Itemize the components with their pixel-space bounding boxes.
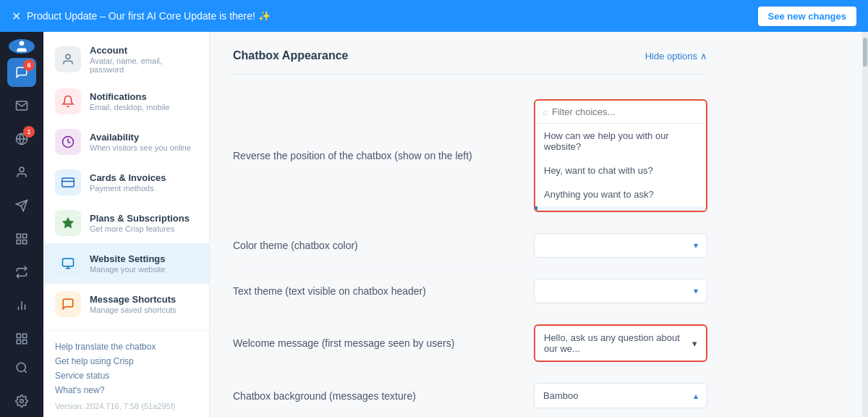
svg-rect-9 <box>17 240 20 244</box>
sidebar-item-notifications[interactable]: Notifications Email, desktop, mobile <box>43 81 209 122</box>
version-text: Version: 2024.716, 7:58 (51a295f) <box>55 402 197 410</box>
see-changes-button[interactable]: See new changes <box>758 7 856 26</box>
filter-dropdown[interactable]: ⌕ How can we help you with our website? … <box>534 99 707 212</box>
integrations-nav-icon[interactable] <box>7 258 36 287</box>
svg-rect-16 <box>17 340 20 344</box>
website-icon <box>55 250 81 277</box>
user-nav-icon[interactable] <box>7 158 36 187</box>
filter-option-3[interactable]: Hello, ask us any question about our we.… <box>535 206 706 211</box>
settings-nav: Account Avatar, name, email, password No… <box>43 32 209 330</box>
globe-nav-icon[interactable]: 1 <box>7 125 36 153</box>
section-header: Chatbox Appearance Hide options ∧ <box>233 49 707 75</box>
banner-left: ✕ Product Update – Our first AI Core Upd… <box>12 9 271 23</box>
text-theme-dropdown[interactable]: ▾ <box>534 279 707 303</box>
banner-close-icon[interactable]: ✕ <box>12 9 21 23</box>
filter-search-input[interactable] <box>552 106 699 117</box>
avatar[interactable] <box>9 39 35 54</box>
filter-dropdown-control: ⌕ How can we help you with our website? … <box>534 99 707 212</box>
setting-row-color: Color theme (chatbox color) ▾ <box>233 223 707 269</box>
filter-option-1[interactable]: Hey, want to chat with us? <box>535 159 706 182</box>
cards-icon <box>55 169 81 195</box>
svg-rect-13 <box>17 334 20 337</box>
svg-rect-6 <box>17 234 20 237</box>
section-title: Chatbox Appearance <box>233 49 348 62</box>
icon-sidebar-bottom <box>7 353 36 417</box>
chevron-up-icon: ∧ <box>700 51 707 62</box>
main-layout: 6 1 <box>0 32 868 417</box>
background-value: Bamboo <box>543 390 578 401</box>
sidebar-item-availability[interactable]: Availability When visitors see you onlin… <box>43 122 209 162</box>
welcome-selected[interactable]: Hello, ask us any question about our we.… <box>534 324 707 362</box>
sidebar-item-shortcuts[interactable]: Message Shortcuts Manage saved shortcuts <box>43 284 209 324</box>
globe-badge: 1 <box>23 126 35 138</box>
setting-row-background: Chatbox background (messages texture) Ba… <box>233 373 707 417</box>
top-banner: ✕ Product Update – Our first AI Core Upd… <box>0 0 868 32</box>
shortcuts-text: Message Shortcuts Manage saved shortcuts <box>90 294 176 314</box>
notifications-icon <box>55 88 81 114</box>
settings-footer: Help translate the chatbox Get help usin… <box>43 330 209 417</box>
analytics-nav-icon[interactable] <box>7 291 36 320</box>
color-dropdown[interactable]: ▾ <box>534 233 707 258</box>
filter-option-0[interactable]: How can we help you with our website? <box>535 124 706 159</box>
welcome-label: Welcome message (first message seen by u… <box>233 337 522 349</box>
svg-rect-7 <box>23 234 27 237</box>
settings-nav-icon[interactable] <box>7 387 36 416</box>
svg-rect-14 <box>23 334 27 337</box>
footer-link-new[interactable]: What's new? <box>55 383 197 397</box>
account-icon <box>55 46 81 72</box>
plugins-nav-icon[interactable] <box>7 324 36 353</box>
content-inner: Chatbox Appearance Hide options ∧ Revers… <box>210 32 731 417</box>
background-control: Bamboo ▴ <box>534 383 707 408</box>
chevron-down-icon-3: ▾ <box>692 338 697 349</box>
account-text: Account Avatar, name, email, password <box>90 45 197 74</box>
svg-rect-22 <box>62 178 75 187</box>
cards-text: Cards & Invoices Payment methods <box>90 172 166 193</box>
scrollbar[interactable] <box>862 32 868 417</box>
sidebar-item-website[interactable]: Website Settings Manage your website <box>43 243 209 284</box>
plans-icon <box>55 210 81 236</box>
availability-text: Availability When visitors see you onlin… <box>90 132 191 152</box>
svg-rect-25 <box>63 258 74 266</box>
footer-link-help[interactable]: Get help using Crisp <box>55 354 197 368</box>
chevron-down-icon-2: ▾ <box>694 286 698 296</box>
svg-point-0 <box>20 41 25 46</box>
sidebar-item-plans[interactable]: Plans & Subscriptions Get more Crisp fea… <box>43 203 209 243</box>
filter-options-list: How can we help you with our website? He… <box>535 124 706 211</box>
svg-rect-15 <box>23 340 27 344</box>
setting-row-text-theme: Text theme (text visible on chatbox head… <box>233 269 707 314</box>
chat-nav-icon[interactable]: 6 <box>7 58 36 87</box>
svg-point-19 <box>20 400 24 403</box>
welcome-control: Hello, ask us any question about our we.… <box>534 324 707 362</box>
icon-sidebar: 6 1 <box>0 32 43 417</box>
plans-text: Plans & Subscriptions Get more Crisp fea… <box>90 213 190 233</box>
filter-option-2[interactable]: Anything you want to ask? <box>535 182 706 206</box>
background-dropdown[interactable]: Bamboo ▴ <box>534 383 707 408</box>
color-label: Color theme (chatbox color) <box>233 240 522 251</box>
text-theme-label: Text theme (text visible on chatbox head… <box>233 285 522 297</box>
welcome-value: Hello, ask us any question about our we.… <box>544 332 692 354</box>
footer-link-translate[interactable]: Help translate the chatbox <box>55 340 197 354</box>
pages-nav-icon[interactable] <box>7 224 36 253</box>
chevron-up-icon-2: ▴ <box>694 391 698 401</box>
search-nav-icon[interactable] <box>7 353 36 382</box>
hide-options-button[interactable]: Hide options ∧ <box>645 51 707 62</box>
background-label: Chatbox background (messages texture) <box>233 390 522 402</box>
settings-sidebar: Account Avatar, name, email, password No… <box>43 32 210 417</box>
availability-icon <box>55 129 81 155</box>
website-text: Website Settings Manage your website <box>90 253 166 274</box>
footer-link-status[interactable]: Service status <box>55 368 197 383</box>
svg-rect-8 <box>23 240 27 244</box>
chevron-down-icon: ▾ <box>694 240 698 250</box>
inbox-nav-icon[interactable] <box>7 91 36 120</box>
svg-point-20 <box>66 54 70 59</box>
notifications-text: Notifications Email, desktop, mobile <box>90 91 170 111</box>
svg-line-18 <box>24 370 26 372</box>
setting-row-reverse: Reverse the position of the chatbox (sho… <box>233 89 707 223</box>
shortcuts-icon <box>55 291 81 317</box>
sidebar-item-account[interactable]: Account Avatar, name, email, password <box>43 38 209 81</box>
filter-search-icon: ⌕ <box>542 107 548 117</box>
reverse-label: Reverse the position of the chatbox (sho… <box>233 150 522 161</box>
setting-row-welcome: Welcome message (first message seen by u… <box>233 314 707 373</box>
send-nav-icon[interactable] <box>7 191 36 220</box>
sidebar-item-cards[interactable]: Cards & Invoices Payment methods <box>43 162 209 203</box>
